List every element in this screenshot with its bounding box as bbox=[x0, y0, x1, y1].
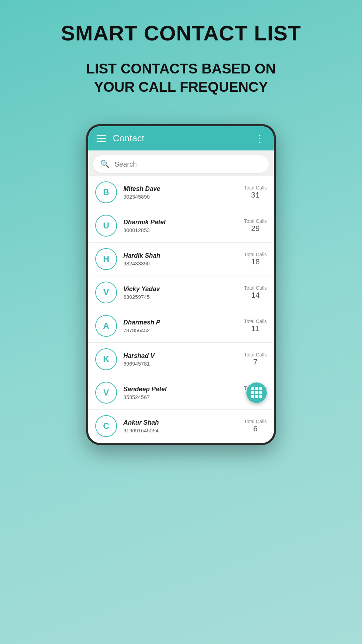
call-label: Total Calls bbox=[244, 185, 267, 191]
avatar: C bbox=[95, 415, 117, 437]
contact-info: Dharmik Patel 800012853 bbox=[123, 219, 238, 233]
call-stats: Total Calls 14 bbox=[244, 285, 267, 300]
contact-phone: 630259745 bbox=[123, 294, 238, 300]
dialpad-icon bbox=[251, 387, 262, 398]
contact-info: Ankur Shah 919691645054 bbox=[123, 419, 238, 433]
call-count: 29 bbox=[244, 224, 267, 233]
phone-screen: Contact ⋮ 🔍 B Mitesh Dave 902345890 Tota… bbox=[88, 126, 274, 443]
call-label: Total Calls bbox=[244, 318, 267, 324]
call-stats: Total Calls 31 bbox=[244, 185, 267, 200]
call-count: 11 bbox=[244, 324, 267, 333]
app-subtitle: LIST CONTACTS BASED ONYOUR CALL FREQUENC… bbox=[58, 59, 304, 96]
avatar: H bbox=[95, 248, 117, 270]
avatar: V bbox=[95, 282, 117, 303]
contact-item[interactable]: H Hardik Shah 982433890 Total Calls 18 bbox=[88, 243, 274, 276]
contact-name: Hardik Shah bbox=[123, 252, 238, 259]
search-icon: 🔍 bbox=[100, 160, 110, 169]
call-count: 6 bbox=[244, 424, 267, 433]
hamburger-menu-button[interactable] bbox=[97, 135, 106, 142]
contact-name: Mitesh Dave bbox=[123, 185, 238, 193]
contact-item[interactable]: U Dharmik Patel 800012853 Total Calls 29 bbox=[88, 209, 274, 243]
contact-phone: 858524567 bbox=[123, 394, 238, 400]
contact-info: Hardik Shah 982433890 bbox=[123, 252, 238, 266]
contact-item[interactable]: B Mitesh Dave 902345890 Total Calls 31 bbox=[88, 176, 274, 209]
contact-list: B Mitesh Dave 902345890 Total Calls 31 U… bbox=[88, 176, 274, 443]
contact-phone: 787856452 bbox=[123, 327, 238, 333]
call-count: 14 bbox=[244, 291, 267, 300]
contact-item[interactable]: K Harshad V 696945781 Total Calls 7 bbox=[88, 343, 274, 376]
contact-name: Harshad V bbox=[123, 352, 238, 360]
app-title: SMART CONTACT LIST bbox=[61, 21, 301, 45]
contact-phone: 696945781 bbox=[123, 361, 238, 367]
contact-info: Dharmesh P 787856452 bbox=[123, 319, 238, 333]
contact-item[interactable]: V Sandeep Patel 858524567 Total Calls 7 bbox=[88, 376, 274, 410]
call-label: Total Calls bbox=[244, 218, 267, 224]
search-input[interactable] bbox=[115, 160, 262, 168]
contact-name: Dharmesh P bbox=[123, 319, 238, 326]
contact-phone: 919691645054 bbox=[123, 427, 238, 433]
call-count: 18 bbox=[244, 257, 267, 266]
contact-name: Dharmik Patel bbox=[123, 219, 238, 226]
avatar: V bbox=[95, 382, 117, 404]
contact-name: Sandeep Patel bbox=[123, 386, 238, 393]
app-bar-title: Contact bbox=[113, 133, 248, 144]
contact-info: Vicky Yadav 630259745 bbox=[123, 285, 238, 300]
contact-item[interactable]: A Dharmesh P 787856452 Total Calls 11 bbox=[88, 309, 274, 343]
call-count: 7 bbox=[244, 358, 267, 367]
call-stats: Total Calls 18 bbox=[244, 252, 267, 266]
contact-item[interactable]: V Vicky Yadav 630259745 Total Calls 14 bbox=[88, 276, 274, 309]
app-bar: Contact ⋮ bbox=[88, 126, 274, 150]
contact-info: Harshad V 696945781 bbox=[123, 352, 238, 367]
phone-frame: Contact ⋮ 🔍 B Mitesh Dave 902345890 Tota… bbox=[86, 124, 276, 445]
contact-name: Vicky Yadav bbox=[123, 285, 238, 293]
call-label: Total Calls bbox=[244, 352, 267, 358]
contact-phone: 800012853 bbox=[123, 227, 238, 233]
contact-info: Mitesh Dave 902345890 bbox=[123, 185, 238, 200]
call-stats: Total Calls 6 bbox=[244, 419, 267, 433]
more-options-button[interactable]: ⋮ bbox=[255, 133, 265, 144]
call-label: Total Calls bbox=[244, 419, 267, 424]
fab-button[interactable] bbox=[246, 382, 267, 403]
call-stats: Total Calls 29 bbox=[244, 218, 267, 233]
contact-info: Sandeep Patel 858524567 bbox=[123, 386, 238, 400]
search-bar: 🔍 bbox=[93, 155, 269, 173]
avatar: B bbox=[95, 181, 117, 203]
call-stats: Total Calls 7 bbox=[244, 352, 267, 367]
contact-phone: 902345890 bbox=[123, 194, 238, 200]
call-stats: Total Calls 11 bbox=[244, 318, 267, 333]
call-count: 31 bbox=[244, 191, 267, 200]
avatar: U bbox=[95, 215, 117, 237]
avatar: A bbox=[95, 315, 117, 337]
contact-item[interactable]: C Ankur Shah 919691645054 Total Calls 6 bbox=[88, 410, 274, 443]
avatar: K bbox=[95, 348, 117, 370]
contact-phone: 982433890 bbox=[123, 260, 238, 266]
call-label: Total Calls bbox=[244, 285, 267, 291]
call-label: Total Calls bbox=[244, 252, 267, 257]
contact-name: Ankur Shah bbox=[123, 419, 238, 426]
